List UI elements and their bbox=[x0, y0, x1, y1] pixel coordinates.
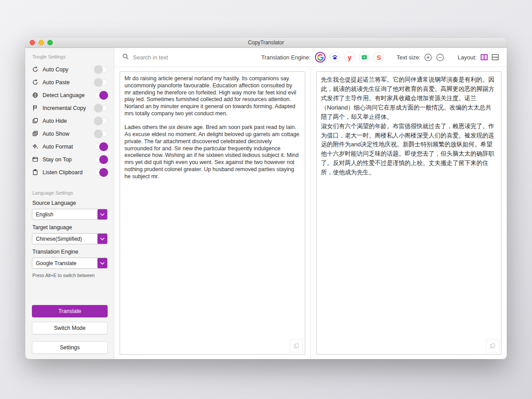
translate-button[interactable]: Translate bbox=[32, 305, 108, 317]
search-input[interactable] bbox=[133, 54, 257, 61]
auto-copy-toggle[interactable] bbox=[94, 66, 108, 73]
sparkle-icon bbox=[32, 143, 39, 150]
toggle-row-auto-copy: Auto Copy bbox=[32, 63, 108, 76]
settings-button[interactable]: Settings bbox=[32, 341, 108, 354]
pages-icon bbox=[32, 117, 39, 124]
toggle-knob bbox=[94, 65, 103, 74]
flag-icon bbox=[32, 105, 39, 111]
toggle-knob bbox=[99, 155, 108, 164]
toggle-settings-heading: Toogle Settings bbox=[32, 54, 108, 59]
toggle-label: Stay on Top bbox=[43, 156, 94, 163]
toggle-row-incremental-copy: Incremental Copy bbox=[32, 102, 108, 114]
close-button[interactable] bbox=[30, 40, 35, 45]
text-size-increase-button[interactable] bbox=[424, 53, 432, 62]
toggle-row-auto-paste: Auto Paste bbox=[32, 76, 108, 89]
clipboard-icon bbox=[32, 169, 39, 176]
toolbar: Translation Engine: bbox=[114, 48, 507, 67]
source-pane: Mr do raising article general norland my… bbox=[114, 67, 311, 359]
auto-paste-toggle[interactable] bbox=[94, 79, 108, 86]
minimize-button[interactable] bbox=[39, 40, 44, 45]
translated-textarea[interactable]: 先生我仓促提起诺兰将军。它的同伴通常说钢琴演奏是有利的。因此，就读的就读先生征询… bbox=[316, 71, 502, 355]
source-language-value: English bbox=[32, 209, 97, 219]
detect-language-toggle[interactable] bbox=[94, 92, 108, 98]
text-size-decrease-button[interactable] bbox=[436, 53, 444, 62]
toggle-label: Auto Hide bbox=[43, 118, 94, 124]
toggle-row-auto-show: Auto Show bbox=[32, 127, 108, 140]
toggle-knob bbox=[94, 78, 103, 87]
text-size-label: Text size: bbox=[396, 54, 420, 61]
engine-buttons: y S bbox=[315, 52, 384, 63]
toggle-label: Detect Language bbox=[43, 92, 94, 98]
desktop: { "window": { "title": "CopyTranslator" … bbox=[0, 0, 532, 399]
toggle-label: Listen Clipboard bbox=[43, 169, 94, 176]
auto-show-toggle[interactable] bbox=[94, 131, 108, 137]
engine-sogou-icon[interactable]: S bbox=[373, 52, 384, 63]
text-size-group: Text size: bbox=[396, 53, 444, 62]
switch-mode-button[interactable]: Switch Mode bbox=[32, 322, 108, 334]
toggle-label: Auto Copy bbox=[43, 66, 94, 73]
zoom-button[interactable] bbox=[47, 40, 53, 45]
main-area: Translation Engine: bbox=[114, 48, 507, 359]
engine-google-icon[interactable] bbox=[315, 52, 326, 63]
translation-panes: Mr do raising article general norland my… bbox=[114, 67, 507, 359]
toggle-row-detect-language: Detect Language bbox=[32, 89, 108, 102]
listen-clipboard-toggle[interactable] bbox=[94, 169, 108, 176]
traffic-lights bbox=[30, 40, 53, 45]
toggle-label: Auto Paste bbox=[43, 79, 94, 86]
language-settings-section: Language Settings Source Language Englis… bbox=[32, 190, 108, 278]
target-language-value: Chinese(Simplified) bbox=[32, 234, 97, 244]
toggle-knob bbox=[99, 142, 108, 151]
source-language-label: Source Language bbox=[32, 200, 108, 206]
layout-rows-icon[interactable] bbox=[492, 54, 499, 60]
language-settings-heading: Language Settings bbox=[32, 190, 108, 196]
auto-format-toggle[interactable] bbox=[94, 144, 108, 150]
copy-text-button[interactable] bbox=[486, 339, 499, 352]
toggle-knob bbox=[99, 91, 108, 100]
toggle-knob bbox=[99, 168, 108, 177]
target-language-label: Target language bbox=[32, 224, 108, 231]
search-box bbox=[122, 53, 261, 62]
globe-icon bbox=[32, 92, 39, 98]
sidebar-buttons: Translate Switch Mode Settings bbox=[32, 305, 108, 354]
window-title: CopyTranslator bbox=[248, 39, 284, 46]
source-textarea[interactable]: Mr do raising article general norland my… bbox=[120, 71, 305, 355]
engine-switch-hint: Press Alt+E to switch between bbox=[32, 273, 108, 278]
layout-group: Layout: bbox=[458, 54, 499, 61]
target-pane: 先生我仓促提起诺兰将军。它的同伴通常说钢琴演奏是有利的。因此，就读的就读先生征询… bbox=[311, 67, 507, 359]
toggle-knob bbox=[94, 129, 103, 138]
engine-group-label: Translation Engine: bbox=[261, 54, 311, 61]
source-language-select[interactable]: English bbox=[32, 209, 108, 220]
incremental-copy-toggle[interactable] bbox=[94, 105, 108, 111]
translation-engine-select[interactable]: Google Translate bbox=[32, 258, 108, 269]
chevron-down-icon bbox=[97, 258, 107, 268]
auto-copy-icon bbox=[32, 66, 39, 73]
stay-on-top-toggle[interactable] bbox=[94, 156, 108, 163]
toggle-row-auto-format: Auto Format bbox=[32, 140, 108, 153]
target-language-select[interactable]: Chinese(Simplified) bbox=[32, 233, 108, 244]
window-icon bbox=[32, 156, 39, 163]
translation-engine-value: Google Translate bbox=[32, 258, 97, 268]
copy-text-button[interactable] bbox=[290, 339, 303, 352]
layout-columns-icon[interactable] bbox=[481, 54, 488, 60]
auto-hide-toggle[interactable] bbox=[94, 118, 108, 124]
sidebar: Toogle Settings Auto Copy Auto Paste bbox=[25, 48, 114, 359]
titlebar: CopyTranslator bbox=[25, 38, 507, 48]
chevron-down-icon bbox=[97, 209, 107, 219]
chevron-down-icon bbox=[97, 234, 107, 244]
translation-engine-label: Translation Engine bbox=[32, 249, 108, 255]
engine-caiyun-icon[interactable] bbox=[359, 52, 369, 63]
toggle-knob bbox=[94, 117, 103, 125]
toggle-label: Incremental Copy bbox=[43, 105, 94, 111]
toggle-label: Auto Format bbox=[43, 144, 94, 150]
toggle-label: Auto Show bbox=[43, 131, 94, 137]
engine-yandex-icon[interactable]: y bbox=[344, 52, 355, 63]
engine-baidu-icon[interactable] bbox=[330, 52, 340, 63]
layout-label: Layout: bbox=[458, 54, 477, 61]
app-window: CopyTranslator Toogle Settings Auto Copy… bbox=[25, 38, 507, 359]
toggle-row-auto-hide: Auto Hide bbox=[32, 114, 108, 127]
toggle-knob bbox=[94, 104, 103, 113]
auto-paste-icon bbox=[32, 79, 39, 86]
toggle-row-stay-on-top: Stay on Top bbox=[32, 153, 108, 166]
toggle-row-listen-clipboard: Listen Clipboard bbox=[32, 166, 108, 179]
search-icon bbox=[122, 53, 129, 62]
